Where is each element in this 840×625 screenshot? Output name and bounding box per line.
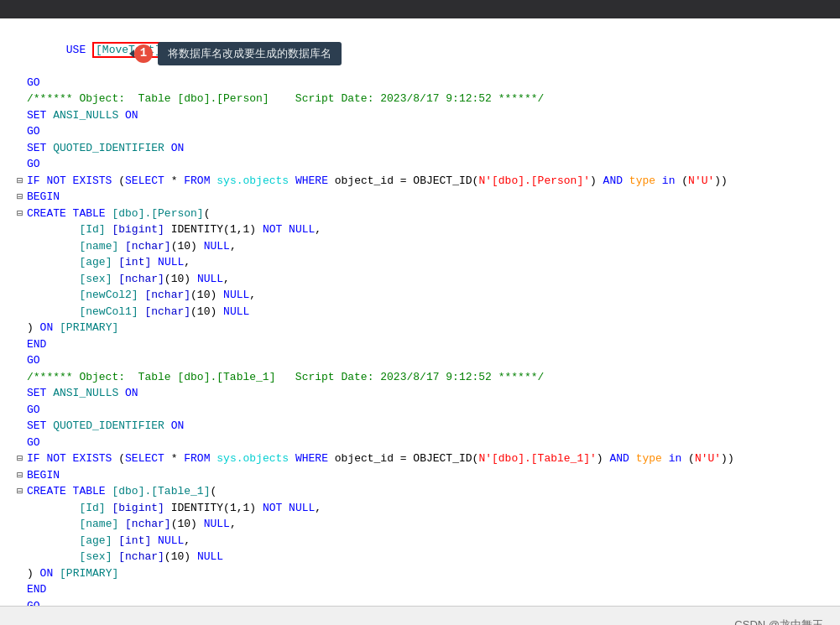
gutter-c24 xyxy=(17,549,27,549)
line-col-1-3: [age] [int] NULL, xyxy=(17,254,833,271)
line-set-quoted-2: SET QUOTED_IDENTIFIER ON xyxy=(17,418,833,435)
gutter-c22 xyxy=(17,516,27,517)
code-go-3: GO xyxy=(27,156,833,173)
line-on-2: ) ON [PRIMARY] xyxy=(17,565,833,582)
gutter-end2 xyxy=(17,581,27,582)
footer-bar: CSDN @龙中舞王 xyxy=(0,606,840,625)
line-set-quoted-1: SET QUOTED_IDENTIFIER ON xyxy=(17,140,833,157)
line-set-ansi-2: SET ANSI_NULLS ON xyxy=(17,385,833,402)
gutter-c23 xyxy=(17,533,27,534)
line-col-1-5: [newCol2] [nchar](10) NULL, xyxy=(17,287,833,304)
gutter-c13 xyxy=(17,254,27,255)
code-go-1: GO xyxy=(27,75,833,91)
code-begin-2: BEGIN xyxy=(27,467,833,484)
line-begin-2: ⊟ BEGIN xyxy=(17,467,833,484)
code-comment-1: /****** Object: Table [dbo].[Person] Scr… xyxy=(27,91,833,107)
code-set-quoted-2: SET QUOTED_IDENTIFIER ON xyxy=(27,418,833,435)
keyword-use: USE xyxy=(66,44,86,56)
code-col-1-5: [newCol2] [nchar](10) NULL, xyxy=(27,287,833,304)
code-set-ansi-1: SET ANSI_NULLS ON xyxy=(27,107,833,124)
code-go-7: GO xyxy=(27,598,833,607)
code-set-quoted-1: SET QUOTED_IDENTIFIER ON xyxy=(27,140,833,157)
line-end-1: END xyxy=(17,336,833,353)
code-go-6: GO xyxy=(27,435,833,451)
gutter-5 xyxy=(17,123,27,124)
code-col-1-2: [name] [nchar](10) NULL, xyxy=(27,238,833,255)
line-if-2: ⊟ IF NOT EXISTS (SELECT * FROM sys.objec… xyxy=(17,451,833,467)
line-if-1: ⊟ IF NOT EXISTS (SELECT * FROM sys.objec… xyxy=(17,173,833,190)
tooltip-circle: 1 xyxy=(134,44,153,63)
code-col-2-2: [name] [nchar](10) NULL, xyxy=(27,516,833,533)
line-col-2-4: [sex] [nchar](10) NULL xyxy=(17,549,833,565)
tooltip-wrapper: 1 将数据库名改成要生成的数据库名 xyxy=(134,42,342,65)
code-create-2: CREATE TABLE [dbo].[Table_1]( xyxy=(27,483,833,500)
code-on-1: ) ON [PRIMARY] xyxy=(27,320,833,336)
line-col-1-4: [sex] [nchar](10) NULL, xyxy=(17,271,833,288)
code-end-1: END xyxy=(27,336,833,353)
code-if-1: IF NOT EXISTS (SELECT * FROM sys.objects… xyxy=(27,173,833,190)
code-col-1-6: [newCol1] [nchar](10) NULL xyxy=(27,304,833,320)
gutter-if-2: ⊟ xyxy=(17,451,27,466)
gutter-comm2 xyxy=(17,369,27,370)
line-go-7: GO xyxy=(17,598,833,607)
gutter-create-1: ⊟ xyxy=(17,206,27,221)
code-end-2: END xyxy=(27,581,833,598)
line-go-6: GO xyxy=(17,435,833,451)
gutter-c15 xyxy=(17,287,27,288)
line-comment-2: /****** Object: Table [dbo].[Table_1] Sc… xyxy=(17,369,833,386)
line-comment-1: /****** Object: Table [dbo].[Person] Scr… xyxy=(17,91,833,107)
gutter-on2 xyxy=(17,565,27,566)
line-go-4: GO xyxy=(17,352,833,369)
gutter-c21 xyxy=(17,500,27,501)
gutter-begin-1: ⊟ xyxy=(17,189,27,205)
gutter-3 xyxy=(17,91,27,91)
gutter-4 xyxy=(17,107,27,108)
gutter-6 xyxy=(17,140,27,141)
line-go-1: GO xyxy=(17,75,833,91)
line-on-1: ) ON [PRIMARY] xyxy=(17,320,833,336)
line-end-2: END xyxy=(17,581,833,598)
gutter-1 xyxy=(17,25,27,26)
code-set-ansi-2: SET ANSI_NULLS ON xyxy=(27,385,833,402)
editor-area: USE [MoveTest] 1 将数据库名改成要生成的数据库名 GO /***… xyxy=(0,18,840,606)
code-col-1-3: [age] [int] NULL, xyxy=(27,254,833,271)
line-go-3: GO xyxy=(17,156,833,173)
code-begin-1: BEGIN xyxy=(27,189,833,206)
gutter-c12 xyxy=(17,238,27,239)
gutter-7 xyxy=(17,156,27,157)
line-set-ansi-1: SET ANSI_NULLS ON xyxy=(17,107,833,124)
gutter-on1 xyxy=(17,320,27,320)
code-go-4: GO xyxy=(27,352,833,369)
line-create-1: ⊟ CREATE TABLE [dbo].[Person]( xyxy=(17,206,833,222)
line-col-2-1: [Id] [bigint] IDENTITY(1,1) NOT NULL, xyxy=(17,500,833,517)
code-col-2-4: [sex] [nchar](10) NULL xyxy=(27,549,833,565)
gutter-c14 xyxy=(17,271,27,272)
gutter-go6 xyxy=(17,435,27,435)
gutter-go4 xyxy=(17,352,27,353)
code-if-2: IF NOT EXISTS (SELECT * FROM sys.objects… xyxy=(27,451,833,467)
code-go-2: GO xyxy=(27,123,833,140)
line-col-1-2: [name] [nchar](10) NULL, xyxy=(17,238,833,255)
gutter-quoted2 xyxy=(17,418,27,419)
gutter-go5 xyxy=(17,402,27,403)
gutter-c11 xyxy=(17,221,27,222)
code-col-2-3: [age] [int] NULL, xyxy=(27,533,833,549)
top-bar xyxy=(0,0,840,18)
tooltip-container: 1 将数据库名改成要生成的数据库名 xyxy=(134,42,342,65)
code-comment-2: /****** Object: Table [dbo].[Table_1] Sc… xyxy=(27,369,833,386)
code-col-1-4: [sex] [nchar](10) NULL, xyxy=(27,271,833,288)
code-col-2-1: [Id] [bigint] IDENTITY(1,1) NOT NULL, xyxy=(27,500,833,517)
code-create-1: CREATE TABLE [dbo].[Person]( xyxy=(27,206,833,222)
gutter-c16 xyxy=(17,304,27,305)
gutter-if-1: ⊟ xyxy=(17,173,27,189)
line-use-movetest: USE [MoveTest] 1 将数据库名改成要生成的数据库名 xyxy=(17,25,833,75)
line-col-1-6: [newCol1] [nchar](10) NULL xyxy=(17,304,833,320)
line-go-5: GO xyxy=(17,402,833,419)
gutter-begin-2: ⊟ xyxy=(17,467,27,483)
gutter-create-2: ⊟ xyxy=(17,483,27,499)
footer-text: CSDN @龙中舞王 xyxy=(734,617,823,625)
line-col-1-1: [Id] [bigint] IDENTITY(1,1) NOT NULL, xyxy=(17,221,833,238)
line-col-2-3: [age] [int] NULL, xyxy=(17,533,833,549)
code-col-1-1: [Id] [bigint] IDENTITY(1,1) NOT NULL, xyxy=(27,221,833,238)
code-on-2: ) ON [PRIMARY] xyxy=(27,565,833,582)
